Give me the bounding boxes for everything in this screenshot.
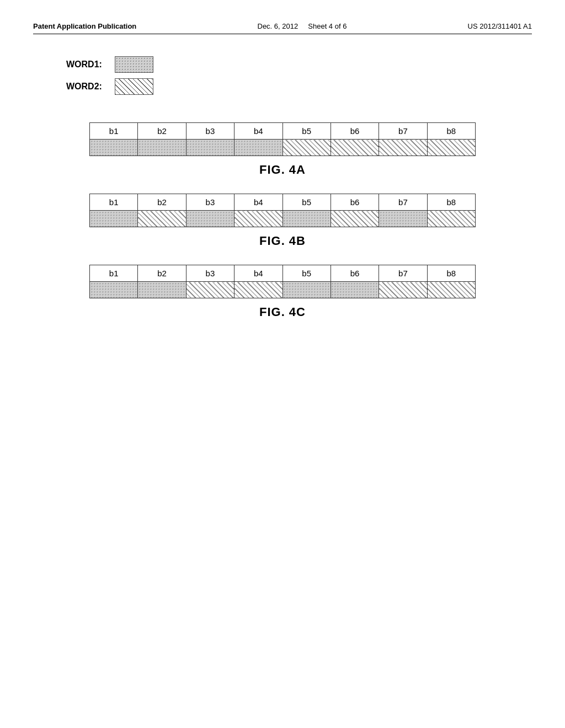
- cell-b3: [186, 140, 234, 156]
- cell-b2: [138, 140, 186, 156]
- word2-pattern-box: [115, 78, 153, 95]
- fig4b-label: FIG. 4B: [89, 234, 476, 248]
- header-patent-number: US 2012/311401 A1: [468, 22, 532, 30]
- header-publication: Patent Application Publication: [33, 22, 136, 30]
- cell-b7: [379, 140, 427, 156]
- cell-b8: [427, 282, 475, 298]
- col-b7: b7: [379, 194, 427, 211]
- legend: WORD1: WORD2:: [66, 56, 532, 95]
- fig4c-table: b1 b2 b3 b4 b5 b6 b7 b8: [89, 265, 476, 298]
- fig4a-label: FIG. 4A: [89, 163, 476, 177]
- legend-word1: WORD1:: [66, 56, 532, 73]
- header-date: Dec. 6, 2012 Sheet 4 of 6: [258, 22, 347, 30]
- cell-b8: [427, 211, 475, 227]
- col-b3: b3: [186, 123, 234, 140]
- col-b2: b2: [138, 194, 186, 211]
- cell-b2: [138, 211, 186, 227]
- col-b3: b3: [186, 194, 234, 211]
- figure-4c: b1 b2 b3 b4 b5 b6 b7 b8: [89, 265, 476, 319]
- cell-b3: [186, 211, 234, 227]
- col-b1: b1: [90, 194, 138, 211]
- col-b5: b5: [282, 123, 331, 140]
- fig4b-table: b1 b2 b3 b4 b5 b6 b7 b8: [89, 194, 476, 227]
- fig4c-label: FIG. 4C: [89, 305, 476, 319]
- col-b1: b1: [90, 123, 138, 140]
- col-b4: b4: [234, 123, 282, 140]
- cell-b1: [90, 140, 138, 156]
- cell-b7: [379, 282, 427, 298]
- cell-b4: [234, 140, 282, 156]
- page-header: Patent Application Publication Dec. 6, 2…: [33, 22, 532, 34]
- col-b2: b2: [138, 123, 186, 140]
- cell-b4: [234, 211, 282, 227]
- cell-b6: [331, 211, 379, 227]
- figure-4a: b1 b2 b3 b4 b5 b6 b7 b8: [89, 122, 476, 177]
- figure-4b: b1 b2 b3 b4 b5 b6 b7 b8: [89, 194, 476, 248]
- word2-label: WORD2:: [66, 82, 110, 92]
- cell-b7: [379, 211, 427, 227]
- col-b4: b4: [234, 265, 282, 282]
- cell-b6: [331, 140, 379, 156]
- table-row: [90, 282, 476, 298]
- col-b8: b8: [427, 123, 475, 140]
- col-b5: b5: [282, 265, 331, 282]
- col-b6: b6: [331, 123, 379, 140]
- col-b8: b8: [427, 265, 475, 282]
- col-b7: b7: [379, 123, 427, 140]
- page: Patent Application Publication Dec. 6, 2…: [0, 0, 565, 728]
- word1-pattern-box: [115, 56, 153, 73]
- cell-b5: [282, 211, 331, 227]
- cell-b3: [186, 282, 234, 298]
- col-b2: b2: [138, 265, 186, 282]
- col-b4: b4: [234, 194, 282, 211]
- legend-word2: WORD2:: [66, 78, 532, 95]
- col-b5: b5: [282, 194, 331, 211]
- cell-b1: [90, 282, 138, 298]
- col-b1: b1: [90, 265, 138, 282]
- col-b3: b3: [186, 265, 234, 282]
- col-b7: b7: [379, 265, 427, 282]
- cell-b2: [138, 282, 186, 298]
- cell-b5: [282, 282, 331, 298]
- cell-b5: [282, 140, 331, 156]
- col-b8: b8: [427, 194, 475, 211]
- col-b6: b6: [331, 194, 379, 211]
- cell-b4: [234, 282, 282, 298]
- word1-label: WORD1:: [66, 60, 110, 69]
- cell-b8: [427, 140, 475, 156]
- cell-b1: [90, 211, 138, 227]
- table-row: [90, 211, 476, 227]
- fig4a-table: b1 b2 b3 b4 b5 b6 b7 b8: [89, 122, 476, 156]
- table-row: [90, 140, 476, 156]
- cell-b6: [331, 282, 379, 298]
- col-b6: b6: [331, 265, 379, 282]
